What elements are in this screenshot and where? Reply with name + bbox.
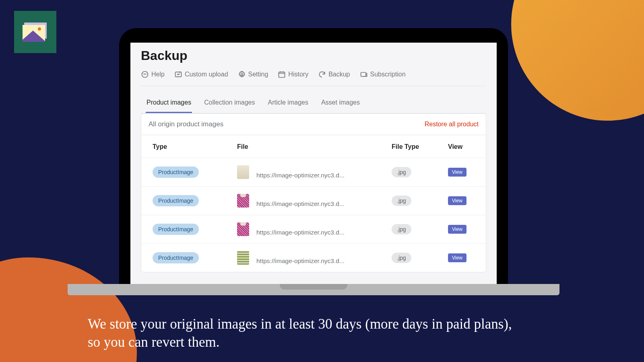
view-button[interactable]: View: [448, 196, 466, 205]
svg-point-2: [145, 74, 145, 74]
thumbnail-icon: [237, 222, 249, 236]
tab-collection-images[interactable]: Collection images: [203, 96, 256, 113]
help-icon: [141, 70, 149, 78]
svg-rect-7: [361, 72, 366, 76]
file-url: https://image-optimizer.nyc3.d...: [256, 172, 345, 179]
nav-help-label: Help: [151, 71, 165, 78]
thumbnail-icon: [237, 251, 249, 265]
thumbnail-icon: [237, 194, 249, 208]
nav-custom-upload[interactable]: Custom upload: [174, 70, 228, 78]
filetype-badge: .jpg: [392, 195, 411, 206]
tab-asset-images[interactable]: Asset images: [320, 96, 361, 113]
view-button[interactable]: View: [448, 168, 466, 177]
nav-setting[interactable]: Setting: [238, 70, 268, 78]
nav-backup[interactable]: Backup: [318, 70, 350, 78]
nav-backup-label: Backup: [328, 71, 350, 78]
nav-help[interactable]: Help: [141, 70, 165, 78]
decorative-circle-top: [511, 0, 644, 121]
page-title: Backup: [141, 48, 486, 63]
file-url: https://image-optimizer.nyc3.d...: [256, 200, 345, 208]
tabs: Product images Collection images Article…: [141, 96, 486, 113]
table-row: ProductImage https://image-optimizer.nyc…: [141, 243, 486, 272]
table-header: Type File File Type View: [141, 135, 486, 158]
images-panel: All origin product images Restore all pr…: [141, 113, 486, 272]
view-button[interactable]: View: [448, 225, 466, 234]
col-header-filetype: File Type: [392, 143, 448, 150]
svg-point-5: [241, 74, 243, 76]
nav-setting-label: Setting: [248, 71, 268, 78]
calendar-icon: [278, 70, 286, 78]
tab-product-images[interactable]: Product images: [146, 96, 192, 113]
marketing-caption: We store your original images in at leas…: [88, 315, 522, 352]
nav-history-label: History: [288, 71, 308, 78]
panel-title: All origin product images: [149, 120, 223, 128]
thumbnail-icon: [237, 165, 249, 179]
app-logo: [14, 11, 56, 53]
filetype-badge: .jpg: [392, 253, 411, 263]
nav-history[interactable]: History: [278, 70, 308, 78]
filetype-badge: .jpg: [392, 224, 411, 234]
nav-upload-label: Custom upload: [185, 71, 228, 78]
tab-article-images[interactable]: Article images: [267, 96, 309, 113]
svg-point-1: [144, 74, 144, 74]
restore-all-link[interactable]: Restore all product: [425, 121, 479, 128]
col-header-type: Type: [153, 143, 237, 150]
laptop-mockup: Backup Help Custom upload Setting: [119, 28, 508, 294]
table-row: ProductImage https://image-optimizer.nyc…: [141, 186, 486, 215]
nav-subscription-label: Subscription: [370, 71, 406, 78]
svg-rect-6: [279, 72, 285, 77]
nav-subscription[interactable]: Subscription: [360, 70, 406, 78]
filetype-badge: .jpg: [392, 167, 411, 177]
refresh-icon: [318, 70, 326, 78]
table-row: ProductImage https://image-optimizer.nyc…: [141, 158, 486, 186]
type-badge: ProductImage: [153, 224, 199, 235]
gear-icon: [238, 70, 246, 78]
laptop-base: [68, 284, 559, 295]
type-badge: ProductImage: [153, 195, 199, 206]
upload-icon: [174, 70, 182, 78]
svg-point-3: [146, 74, 146, 74]
view-button[interactable]: View: [448, 253, 466, 262]
file-url: https://image-optimizer.nyc3.d...: [256, 257, 345, 265]
type-badge: ProductImage: [153, 252, 199, 263]
type-badge: ProductImage: [153, 167, 199, 178]
top-nav: Help Custom upload Setting History: [141, 70, 486, 86]
table-row: ProductImage https://image-optimizer.nyc…: [141, 215, 486, 243]
card-icon: [360, 70, 368, 78]
col-header-file: File: [237, 143, 392, 150]
col-header-view: View: [448, 143, 475, 150]
file-url: https://image-optimizer.nyc3.d...: [256, 229, 345, 236]
